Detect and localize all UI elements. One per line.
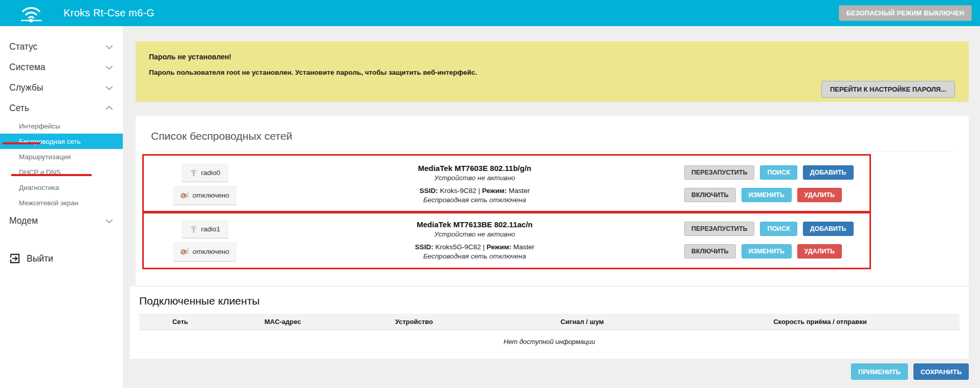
sidebar-item-label: Модем bbox=[9, 215, 38, 226]
mode-value: Master bbox=[513, 243, 534, 251]
apply-button[interactable]: ПРИМЕНИТЬ bbox=[851, 363, 908, 380]
antenna-icon bbox=[190, 225, 198, 233]
sidebar-item-interfaces[interactable]: Интерфейсы bbox=[0, 118, 123, 134]
wifi-logo-icon bbox=[19, 3, 43, 24]
separator: | bbox=[483, 243, 485, 251]
wireless-row-radio1: radio1 MediaTek MT7613BE 802.11ac/n Устр… bbox=[145, 213, 868, 267]
logout-label: Выйти bbox=[27, 253, 53, 264]
ssid-value: Kroks-9C82 bbox=[440, 187, 476, 195]
wireless-state-badge: отключено bbox=[173, 242, 236, 261]
sidebar-item-wireless[interactable]: Беспроводная сеть bbox=[0, 134, 123, 149]
password-warning-banner: Пароль не установлен! Пароль пользовател… bbox=[136, 41, 969, 102]
device-name: MediaTek MT7603E 802.11b/g/n bbox=[265, 164, 684, 173]
sidebar-item-label: Система bbox=[9, 62, 45, 73]
remove-button[interactable]: УДАЛИТЬ bbox=[797, 188, 842, 202]
sidebar: Статус Система Службы Сеть Интерфейсы Бе… bbox=[0, 26, 123, 388]
logout-button[interactable]: Выйти bbox=[0, 248, 123, 269]
scan-button[interactable]: ПОИСК bbox=[760, 165, 797, 180]
sidebar-subitem-label: Диагностика bbox=[19, 184, 59, 191]
chevron-down-icon bbox=[106, 217, 113, 223]
sidebar-item-label: Службы bbox=[9, 82, 43, 93]
ssid-line: SSID: Kroks5G-9C82 | Режим: Master bbox=[265, 243, 684, 251]
save-button[interactable]: СОХРАНИТЬ bbox=[913, 363, 969, 380]
clients-table: Сеть MAC-адрес Устройство Сигнал / шум С… bbox=[139, 314, 960, 353]
restart-button[interactable]: ПЕРЕЗАПУСТИТЬ bbox=[684, 222, 754, 236]
radio-name: radio0 bbox=[201, 169, 221, 177]
sidebar-item-routing[interactable]: Маршрутизация bbox=[0, 149, 123, 164]
warning-message: Пароль пользователя root не установлен. … bbox=[149, 69, 955, 76]
app-header: Kroks Rt-Cse m6-G БЕЗОПАСНЫЙ РЕЖИМ ВЫКЛЮ… bbox=[0, 0, 980, 26]
separator: | bbox=[478, 187, 481, 195]
chevron-down-icon bbox=[106, 63, 113, 70]
wireless-rows: radio0 MediaTek MT7603E 802.11b/g/n Устр… bbox=[145, 157, 868, 267]
ssid-line: SSID: Kroks-9C82 | Режим: Master bbox=[265, 187, 684, 195]
edit-button[interactable]: ИЗМЕНИТЬ bbox=[742, 244, 792, 258]
network-status: Беспроводная сеть отключена bbox=[265, 252, 684, 260]
main-content: Пароль не установлен! Пароль пользовател… bbox=[123, 26, 980, 388]
radio-name: radio1 bbox=[201, 225, 221, 233]
wireless-list-card: Список беспроводных сетей bbox=[136, 116, 969, 286]
add-button[interactable]: ДОБАВИТЬ bbox=[803, 222, 854, 236]
column-header-signal-noise: Сигнал / шум bbox=[484, 318, 681, 326]
wireless-disabled-icon bbox=[181, 191, 189, 199]
antenna-icon bbox=[190, 169, 198, 177]
mode-label: Режим: bbox=[482, 187, 507, 195]
sidebar-item-diagnostics[interactable]: Диагностика bbox=[0, 180, 123, 195]
sidebar-subitem-label: Интерфейсы bbox=[19, 122, 60, 130]
scan-button[interactable]: ПОИСК bbox=[760, 222, 797, 236]
wireless-state-label: отключено bbox=[192, 248, 229, 255]
sidebar-item-system[interactable]: Система bbox=[0, 57, 123, 77]
mode-value: Master bbox=[509, 187, 530, 195]
add-button[interactable]: ДОБАВИТЬ bbox=[803, 165, 854, 180]
ssid-label: SSID: bbox=[415, 243, 433, 251]
footer-actions: ПРИМЕНИТЬ СОХРАНИТЬ bbox=[851, 363, 969, 380]
device-status: Устройство не активно bbox=[265, 174, 684, 182]
ssid-value: Kroks5G-9C82 bbox=[435, 243, 481, 251]
safe-mode-button[interactable]: БЕЗОПАСНЫЙ РЕЖИМ ВЫКЛЮЧЕН bbox=[839, 5, 972, 21]
edit-button[interactable]: ИЗМЕНИТЬ bbox=[742, 188, 792, 202]
connected-clients-title: Подключенные клиенты bbox=[130, 287, 969, 314]
remove-button[interactable]: УДАЛИТЬ bbox=[797, 244, 842, 258]
logout-icon bbox=[9, 253, 20, 264]
sidebar-item-label: Сеть bbox=[9, 103, 29, 114]
radio-name-badge: radio0 bbox=[182, 164, 229, 182]
device-status: Устройство не активно bbox=[265, 230, 684, 238]
sidebar-subitem-label: Беспроводная сеть bbox=[19, 138, 81, 145]
restart-button[interactable]: ПЕРЕЗАПУСТИТЬ bbox=[684, 165, 754, 180]
mode-label: Режим: bbox=[487, 243, 511, 251]
wireless-disabled-icon bbox=[181, 248, 189, 255]
clients-table-header: Сеть MAC-адрес Устройство Сигнал / шум С… bbox=[139, 314, 960, 330]
network-status: Беспроводная сеть отключена bbox=[265, 196, 684, 204]
chevron-up-icon bbox=[106, 106, 113, 113]
radio-name-badge: radio1 bbox=[182, 220, 229, 238]
sidebar-item-label: Статус bbox=[9, 41, 37, 52]
connected-clients-card: Подключенные клиенты Сеть MAC-адрес Устр… bbox=[130, 287, 969, 359]
column-header-device: Устройство bbox=[344, 318, 484, 326]
wireless-list-title: Список беспроводных сетей bbox=[136, 116, 969, 142]
sidebar-item-network[interactable]: Сеть bbox=[0, 98, 123, 118]
wireless-row-radio0: radio0 MediaTek MT7603E 802.11b/g/n Устр… bbox=[145, 157, 868, 210]
enable-button[interactable]: ВКЛЮЧИТЬ bbox=[684, 244, 736, 258]
wireless-state-label: отключено bbox=[192, 191, 229, 199]
go-to-password-settings-button[interactable]: ПЕРЕЙТИ К НАСТРОЙКЕ ПАРОЛЯ... bbox=[821, 81, 955, 98]
sidebar-item-services[interactable]: Службы bbox=[0, 77, 123, 98]
column-header-network: Сеть bbox=[139, 318, 221, 326]
sidebar-subitem-label: Маршрутизация bbox=[19, 153, 71, 161]
divider bbox=[151, 151, 953, 152]
sidebar-item-modem[interactable]: Модем bbox=[0, 210, 123, 231]
wireless-state-badge: отключено bbox=[173, 186, 236, 205]
sidebar-item-firewall[interactable]: Межсетевой экран bbox=[0, 195, 123, 210]
enable-button[interactable]: ВКЛЮЧИТЬ bbox=[684, 188, 736, 202]
sidebar-item-status[interactable]: Статус bbox=[0, 36, 123, 57]
ssid-label: SSID: bbox=[420, 187, 438, 195]
warning-title: Пароль не установлен! bbox=[149, 53, 955, 61]
sidebar-subitem-label: Межсетевой экран bbox=[19, 199, 78, 207]
chevron-down-icon bbox=[106, 42, 113, 49]
device-name: MediaTek MT7613BE 802.11ac/n bbox=[265, 220, 684, 229]
sidebar-item-dhcp-dns[interactable]: DHCP и DNS bbox=[0, 164, 123, 180]
page-title: Kroks Rt-Cse m6-G bbox=[63, 7, 155, 19]
sidebar-subitem-label: DHCP и DNS bbox=[19, 168, 61, 176]
chevron-down-icon bbox=[106, 83, 113, 90]
clients-empty-message: Нет доступной информации bbox=[139, 330, 960, 353]
column-header-mac: MAC-адрес bbox=[221, 318, 344, 326]
